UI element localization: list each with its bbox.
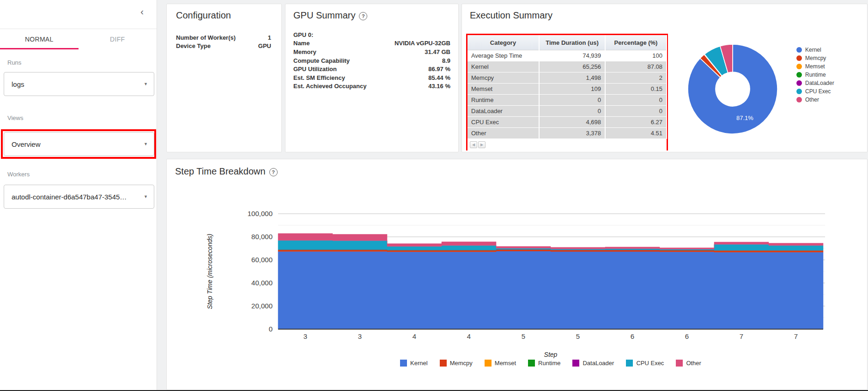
sidebar: ‹ NORMAL DIFF Runs logs ▼ Views Overview…: [0, 0, 157, 391]
legend-item: Runtime: [528, 360, 560, 367]
donut-legend: KernelMemcpyMemsetRuntimeDataLoaderCPU E…: [796, 46, 834, 104]
y-tick-label: 80,000: [251, 233, 273, 241]
summary-value: 31.47 GB: [425, 48, 450, 55]
table-cell: 74,939: [539, 50, 605, 61]
summary-row: Memory31.47 GB: [293, 48, 450, 56]
summary-row: NameNVIDIA vGPU-32GB: [293, 39, 450, 48]
x-axis-title: Step: [544, 351, 558, 358]
views-select-value: Overview: [4, 140, 144, 148]
runs-select-value: logs: [4, 80, 144, 88]
legend-item: Runtime: [796, 71, 834, 79]
views-label: Views: [7, 114, 23, 121]
chevron-down-icon: ▼: [144, 82, 154, 86]
table-row[interactable]: Runtime00: [467, 95, 667, 106]
table-row[interactable]: CPU Exec4,6986.27: [467, 117, 667, 128]
legend-item: Memcpy: [796, 54, 834, 62]
table-cell: 1,498: [539, 72, 605, 84]
workers-select[interactable]: autodl-container-d6a547ba47-3545… ▼: [4, 185, 154, 209]
step-time-breakdown-card: Step Time Breakdown ? 020,00040,00060,00…: [166, 159, 868, 390]
table-row[interactable]: Memcpy1,4982: [467, 72, 667, 84]
legend-item: DataLoader: [796, 79, 834, 87]
summary-row: Number of Worker(s)1: [176, 33, 271, 42]
legend-item: Memset: [796, 62, 834, 71]
help-icon[interactable]: ?: [359, 12, 367, 20]
pager-next-button[interactable]: ▶: [478, 141, 486, 148]
legend-label: CPU Exec: [805, 88, 831, 95]
table-cell: 3,378: [539, 128, 605, 139]
table-cell: 100: [605, 50, 667, 61]
gpu-heading: GPU 0:: [293, 30, 450, 39]
summary-value: 8.9: [442, 57, 450, 64]
table-cell: 65,256: [539, 61, 605, 72]
execution-summary-card: Execution Summary CategoryTime Duration …: [461, 4, 868, 152]
views-select[interactable]: Overview ▼: [4, 132, 154, 156]
summary-value: 85.44 %: [428, 74, 450, 81]
table-cell: 0: [605, 95, 667, 106]
area-chart-legend: KernelMemcpyMemsetRuntimeDataLoaderCPU E…: [278, 360, 823, 367]
donut-center-label: 87.1%: [736, 114, 753, 121]
sidebar-header: ‹: [0, 0, 157, 29]
summary-row: Est. SM Efficiency85.44 %: [293, 73, 450, 82]
table-cell: Runtime: [467, 95, 539, 106]
table-header-cell: Time Duration (us): [539, 35, 605, 50]
summary-label: GPU Utilization: [293, 66, 337, 72]
table-row[interactable]: Average Step Time74,939100: [467, 50, 667, 61]
gpu-summary-title: GPU Summary ?: [293, 10, 367, 21]
tab-normal[interactable]: NORMAL: [0, 29, 79, 49]
summary-value: NVIDIA vGPU-32GB: [395, 40, 450, 47]
table-cell: Memcpy: [467, 72, 539, 84]
summary-label: Est. SM Efficiency: [293, 74, 345, 81]
table-row[interactable]: Other3,3784.51: [467, 128, 667, 139]
sidebar-collapse-button[interactable]: ‹: [138, 5, 146, 18]
table-cell: CPU Exec: [467, 117, 539, 128]
legend-item: CPU Exec: [796, 87, 834, 96]
legend-color-swatch: [676, 360, 683, 367]
gpu-summary-rows: NameNVIDIA vGPU-32GBMemory31.47 GBComput…: [293, 39, 450, 91]
legend-label: Memset: [495, 360, 516, 367]
x-tick-label: 5: [576, 332, 580, 340]
legend-label: Kernel: [805, 47, 821, 53]
table-row[interactable]: Kernel65,25687.08: [467, 61, 667, 72]
legend-label: Kernel: [410, 360, 428, 367]
configuration-title: Configuration: [176, 10, 231, 21]
table-row[interactable]: DataLoader00: [467, 106, 667, 117]
tab-diff[interactable]: DIFF: [79, 29, 157, 49]
x-tick-label: 7: [794, 332, 798, 340]
legend-color-swatch: [485, 360, 492, 367]
table-cell: Other: [467, 128, 539, 139]
y-tick-label: 60,000: [251, 256, 273, 264]
gpu-summary-rows-wrap: GPU 0: NameNVIDIA vGPU-32GBMemory31.47 G…: [293, 30, 450, 90]
pager-prev-button[interactable]: ◀: [470, 141, 477, 148]
x-tick-label: 6: [631, 332, 634, 340]
legend-label: Runtime: [805, 72, 826, 78]
table-cell: Average Step Time: [467, 50, 539, 61]
legend-label: Runtime: [538, 360, 560, 367]
summary-value: 1: [268, 34, 271, 41]
legend-label: Memcpy: [805, 55, 826, 61]
legend-color-swatch: [626, 360, 633, 367]
summary-value: GPU: [258, 42, 271, 49]
gpu-summary-card: GPU Summary ? GPU 0: NameNVIDIA vGPU-32G…: [285, 4, 459, 152]
x-tick-label: 4: [467, 332, 471, 340]
table-header-row: CategoryTime Duration (us)Percentage (%): [467, 35, 667, 50]
summary-row: Est. Achieved Occupancy43.16 %: [293, 82, 450, 91]
table-cell: 6.27: [605, 117, 667, 128]
chevron-down-icon: ▼: [144, 142, 154, 146]
gpu-summary-title-text: GPU Summary: [293, 10, 355, 21]
step-time-area-chart[interactable]: 020,00040,00060,00080,000100,00033445566…: [167, 159, 867, 389]
table-cell: 87.08: [605, 61, 667, 72]
table-cell: 0.15: [605, 84, 667, 95]
legend-item: Other: [676, 360, 701, 367]
runs-select[interactable]: logs ▼: [4, 72, 154, 96]
area-series-kernel[interactable]: [278, 251, 823, 329]
summary-row: Device TypeGPU: [176, 42, 271, 51]
summary-row: GPU Utilization86.97 %: [293, 65, 450, 73]
x-tick-label: 5: [522, 332, 525, 340]
x-tick-label: 6: [685, 332, 689, 340]
gpu-time-donut-chart[interactable]: 87.1%: [686, 43, 779, 135]
legend-item: DataLoader: [572, 360, 614, 367]
summary-label: Name: [293, 40, 310, 47]
configuration-rows: Number of Worker(s)1Device TypeGPU: [176, 33, 271, 50]
table-row[interactable]: Memset1090.15: [467, 84, 667, 95]
summary-label: Est. Achieved Occupancy: [293, 83, 366, 90]
